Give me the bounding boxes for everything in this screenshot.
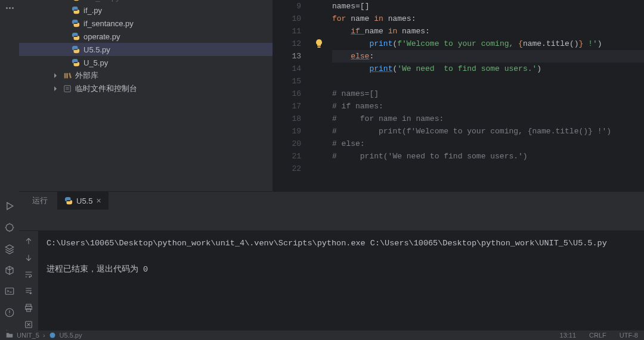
svg-rect-6 [64, 86, 71, 92]
more-icon[interactable] [4, 2, 16, 14]
run-icon[interactable] [4, 200, 16, 212]
tree-item[interactable]: if_sentance.py [19, 17, 273, 30]
debug-icon[interactable] [4, 222, 16, 233]
tree-item[interactable]: 临时文件和控制台 [19, 82, 273, 95]
clear-icon[interactable] [23, 319, 34, 330]
python-icon [72, 6, 80, 14]
lightbulb-icon[interactable] [314, 39, 324, 48]
python-icon [64, 196, 73, 205]
run-panel-label[interactable]: 运行 [25, 192, 55, 210]
tree-item-label: if_sentance.py [83, 19, 134, 28]
tree-item[interactable]: U_5.py [19, 56, 273, 69]
line-gutter: 910111213141516171819202122 [273, 0, 312, 191]
svg-rect-14 [27, 308, 31, 311]
layers-icon[interactable] [4, 243, 16, 255]
run-tab-label: U5.5 [76, 196, 92, 205]
chevron-right-icon[interactable] [51, 86, 60, 92]
run-config-tab[interactable]: U5.5 × [57, 192, 109, 210]
python-icon [72, 0, 80, 1]
status-bar: UNIT_5 › U5.5.py 13:11 CRLF UTF-8 [0, 330, 644, 340]
run-side-toolbar [19, 231, 38, 340]
down-arrow-icon[interactable] [23, 252, 34, 263]
tree-item[interactable]: operate.py [19, 30, 273, 43]
packages-icon[interactable] [4, 264, 16, 276]
close-icon[interactable]: × [96, 196, 101, 205]
python-icon [49, 332, 56, 339]
python-icon [72, 45, 80, 54]
breadcrumb-dir[interactable]: UNIT_5 [17, 332, 39, 339]
project-tree[interactable]: dict_list.pyif_.pyif_sentance.pyoperate.… [19, 0, 273, 191]
library-icon [63, 71, 72, 80]
svg-rect-1 [5, 288, 14, 295]
tree-item-label: 临时文件和控制台 [75, 83, 137, 94]
console-output[interactable]: C:\Users\10065\Desktop\python_work\unit_… [38, 231, 644, 340]
code-area[interactable]: names=[]for name in names: if name in na… [329, 0, 644, 191]
folder-icon [6, 332, 13, 339]
tree-item[interactable]: U5.5.py [19, 43, 273, 56]
python-icon [72, 32, 80, 40]
chevron-right-icon: › [43, 332, 45, 339]
tree-item-label: if_.py [83, 6, 102, 15]
tree-item-label: operate.py [83, 32, 120, 41]
tree-item-label: 外部库 [75, 70, 98, 81]
scroll-end-icon[interactable] [23, 286, 34, 297]
up-arrow-icon[interactable] [23, 236, 34, 247]
tree-item-label: U_5.py [83, 58, 108, 67]
svg-point-16 [49, 333, 55, 338]
tree-item[interactable]: 外部库 [19, 69, 273, 82]
soft-wrap-icon[interactable] [23, 269, 34, 280]
line-separator[interactable]: CRLF [589, 332, 606, 339]
problems-icon[interactable] [4, 307, 16, 319]
activity-bar [0, 0, 19, 340]
cursor-position[interactable]: 13:11 [560, 332, 577, 339]
tree-item-label: U5.5.py [83, 45, 110, 54]
scratches-icon [63, 85, 72, 93]
terminal-icon[interactable] [4, 285, 16, 297]
python-icon [72, 19, 80, 27]
file-encoding[interactable]: UTF-8 [620, 332, 638, 339]
run-panel: 运行 U5.5 × [19, 191, 644, 340]
code-editor[interactable]: 910111213141516171819202122 names=[]for … [273, 0, 644, 191]
print-icon[interactable] [23, 302, 34, 313]
python-icon [72, 58, 80, 67]
run-label: 运行 [32, 195, 48, 206]
svg-point-0 [6, 224, 13, 231]
chevron-right-icon[interactable] [51, 73, 60, 79]
tree-item-label: dict_list.py [83, 0, 120, 2]
svg-rect-7 [318, 46, 321, 48]
tree-item[interactable]: if_.py [19, 4, 273, 17]
breadcrumb-file[interactable]: U5.5.py [60, 332, 82, 339]
